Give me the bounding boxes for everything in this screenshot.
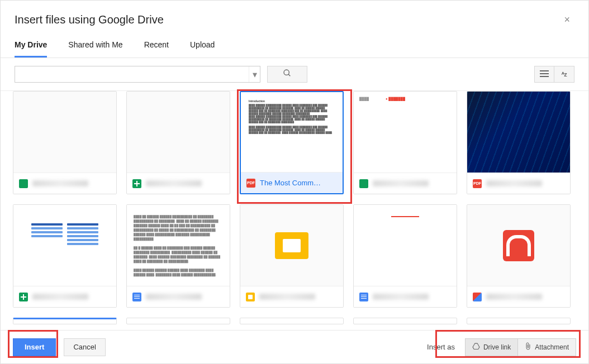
insert-as-label: Insert as (427, 343, 455, 351)
file-card-selected[interactable]: Introduction ████ ██████ ██████████ ████… (240, 91, 344, 194)
file-card[interactable] (240, 204, 344, 308)
svg-rect-4 (540, 76, 549, 77)
sheets-icon (19, 293, 28, 301)
insert-button[interactable]: Insert (13, 338, 56, 356)
tab-my-drive[interactable]: My Drive (15, 36, 47, 58)
file-thumbnail: ████ ██ ██████ ██████ ██████████ ██ ████… (127, 205, 230, 286)
close-icon[interactable]: × (559, 12, 574, 28)
file-card[interactable]: PDF (467, 91, 571, 194)
file-card[interactable] (353, 204, 457, 308)
file-card[interactable] (467, 318, 571, 324)
file-card[interactable]: ████● ███████ (353, 91, 457, 194)
view-toggle: ᴬz (534, 66, 574, 83)
file-name (259, 294, 315, 300)
file-thumbnail (240, 205, 343, 286)
dialog-title: Insert files using Google Drive (15, 13, 164, 26)
file-card[interactable] (13, 204, 117, 308)
search-input[interactable] (15, 70, 249, 79)
tab-upload[interactable]: Upload (190, 36, 215, 58)
dialog-header: Insert files using Google Drive × (1, 1, 588, 36)
docs-icon (132, 293, 141, 301)
toolbar: ▾ ᴬz (1, 58, 588, 91)
cancel-button[interactable]: Cancel (64, 338, 105, 356)
search-dropdown-icon[interactable]: ▾ (249, 66, 260, 82)
tabs: My Drive Shared with Me Recent Upload (1, 36, 588, 58)
file-name (32, 294, 88, 300)
drive-picker-dialog: Insert files using Google Drive × My Dri… (0, 0, 589, 364)
file-card[interactable] (353, 318, 457, 324)
file-name (373, 294, 429, 300)
file-thumbnail (127, 92, 230, 173)
docs-icon (359, 293, 368, 301)
file-name (373, 180, 429, 186)
file-grid-area[interactable]: Introduction ████ ██████ ██████████ ████… (1, 91, 588, 330)
file-name (486, 294, 542, 300)
file-name: The Most Comm… (260, 179, 321, 187)
search-field: ▾ (15, 66, 260, 83)
sort-az-icon: ᴬz (562, 71, 567, 78)
file-thumbnail (467, 92, 570, 173)
file-thumbnail (467, 205, 570, 286)
tab-shared-with-me[interactable]: Shared with Me (68, 36, 122, 58)
drive-icon (472, 343, 480, 351)
file-name (146, 294, 202, 300)
file-thumbnail: Introduction ████ ██████ ██████████ ████… (241, 92, 343, 172)
file-card[interactable] (126, 91, 230, 194)
insert-as-toggle: Drive link Attachment (465, 338, 576, 356)
search-button[interactable] (267, 66, 307, 83)
sort-button[interactable]: ᴬz (554, 66, 574, 83)
drive-link-button[interactable]: Drive link (465, 338, 518, 356)
file-card[interactable] (13, 91, 117, 194)
list-view-button[interactable] (534, 66, 554, 83)
image-icon (473, 293, 482, 301)
file-thumbnail: ████● ███████ (354, 92, 457, 173)
file-card[interactable] (467, 204, 571, 308)
file-card[interactable]: ████ ██ ██████ ██████ ██████████ ██ ████… (126, 204, 230, 308)
file-card[interactable] (13, 318, 117, 324)
search-icon (283, 69, 292, 80)
svg-line-1 (288, 74, 290, 76)
sheets-icon (132, 179, 141, 188)
tab-recent[interactable]: Recent (144, 36, 169, 58)
svg-point-0 (284, 70, 289, 75)
pdf-icon: PDF (473, 179, 482, 188)
file-type-icon (359, 179, 368, 188)
file-thumbnail (354, 205, 457, 286)
file-card[interactable] (126, 318, 230, 324)
file-card[interactable] (240, 318, 344, 324)
paperclip-icon (525, 342, 531, 352)
svg-rect-3 (540, 73, 549, 74)
file-name (486, 180, 542, 186)
svg-rect-2 (540, 70, 549, 71)
file-thumbnail (13, 205, 116, 286)
dialog-footer: Insert Cancel Insert as Drive link Attac… (1, 330, 588, 363)
file-grid: Introduction ████ ██████ ██████████ ████… (13, 91, 576, 324)
file-type-icon (19, 179, 28, 188)
file-name (146, 180, 202, 186)
list-icon (540, 69, 549, 79)
slides-icon (246, 293, 255, 301)
file-name (32, 180, 88, 186)
attachment-button[interactable]: Attachment (518, 338, 576, 356)
pdf-icon: PDF (246, 179, 255, 188)
file-thumbnail (13, 92, 116, 173)
